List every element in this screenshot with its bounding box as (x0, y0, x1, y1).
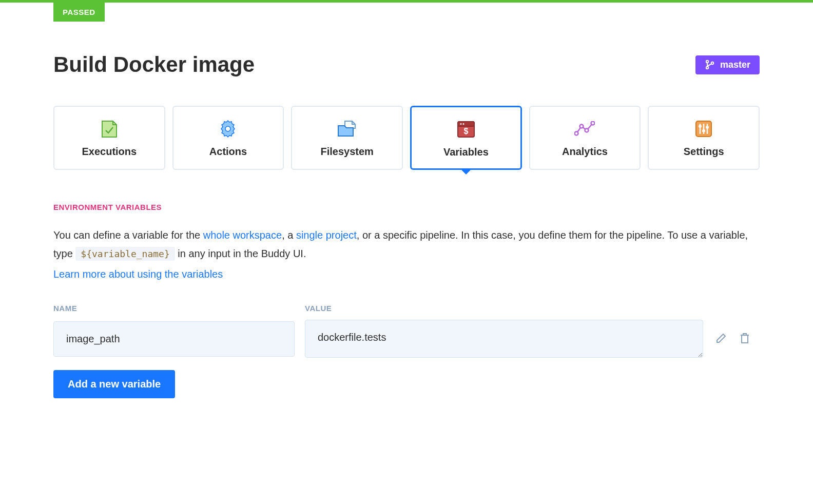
tabs-row: Executions Actions Filesystem (53, 106, 760, 170)
settings-icon (655, 119, 752, 139)
trash-icon (739, 338, 750, 346)
svg-point-7 (462, 123, 464, 125)
svg-point-19 (706, 126, 709, 129)
branch-icon (705, 60, 715, 70)
edit-button[interactable] (713, 331, 729, 347)
section-label: ENVIRONMENT VARIABLES (53, 203, 760, 211)
svg-point-1 (706, 67, 708, 69)
desc-text: in any input in the Buddy UI. (178, 248, 306, 259)
tab-label: Filesystem (298, 146, 396, 158)
svg-point-15 (699, 125, 702, 128)
delete-button[interactable] (737, 330, 752, 348)
tab-label: Executions (61, 146, 158, 158)
tab-label: Settings (655, 146, 752, 158)
analytics-icon (536, 119, 634, 139)
value-column-header: VALUE (305, 304, 703, 313)
branch-button[interactable]: master (695, 55, 760, 74)
learn-more-link[interactable]: Learn more about using the variables (53, 265, 760, 283)
variables-header: NAME VALUE (53, 304, 760, 313)
svg-point-11 (585, 129, 589, 132)
page-title: Build Docker image (53, 52, 255, 77)
tab-label: Variables (418, 146, 514, 158)
tab-settings[interactable]: Settings (648, 106, 760, 170)
single-project-link[interactable]: single project (296, 229, 357, 241)
whole-workspace-link[interactable]: whole workspace (203, 229, 282, 241)
svg-text:$: $ (463, 127, 468, 135)
tab-filesystem[interactable]: Filesystem (291, 106, 403, 170)
svg-point-9 (575, 132, 578, 135)
variable-name-input[interactable] (53, 321, 295, 357)
tab-actions[interactable]: Actions (172, 106, 284, 170)
tab-variables[interactable]: $ Variables (410, 106, 522, 170)
tab-executions[interactable]: Executions (53, 106, 165, 170)
code-example: ${variable_name} (75, 247, 175, 261)
name-column-header: NAME (53, 304, 295, 313)
tab-analytics[interactable]: Analytics (529, 106, 641, 170)
svg-point-2 (711, 62, 713, 64)
desc-text: You can define a variable for the (53, 229, 203, 241)
svg-point-10 (580, 125, 584, 128)
top-bar (0, 0, 813, 3)
tab-label: Actions (180, 146, 277, 158)
tab-label: Analytics (536, 146, 634, 158)
variables-icon: $ (418, 120, 514, 139)
svg-point-12 (591, 122, 595, 125)
svg-point-17 (702, 129, 705, 132)
header-row: Build Docker image master (53, 52, 760, 77)
svg-point-6 (460, 123, 461, 125)
actions-icon (180, 119, 277, 139)
main-container: Build Docker image master (0, 22, 813, 419)
svg-point-3 (225, 126, 230, 131)
description: You can define a variable for the whole … (53, 226, 760, 283)
branch-label: master (720, 60, 750, 70)
desc-text: , a (282, 229, 296, 241)
svg-point-0 (706, 61, 708, 63)
variable-actions (713, 330, 760, 348)
status-badge: PASSED (53, 3, 105, 22)
variable-row (53, 320, 760, 358)
executions-icon (61, 119, 158, 139)
filesystem-icon (298, 119, 396, 139)
add-variable-button[interactable]: Add a new variable (53, 370, 175, 398)
variable-value-input[interactable] (305, 320, 703, 358)
pencil-icon (715, 338, 727, 345)
